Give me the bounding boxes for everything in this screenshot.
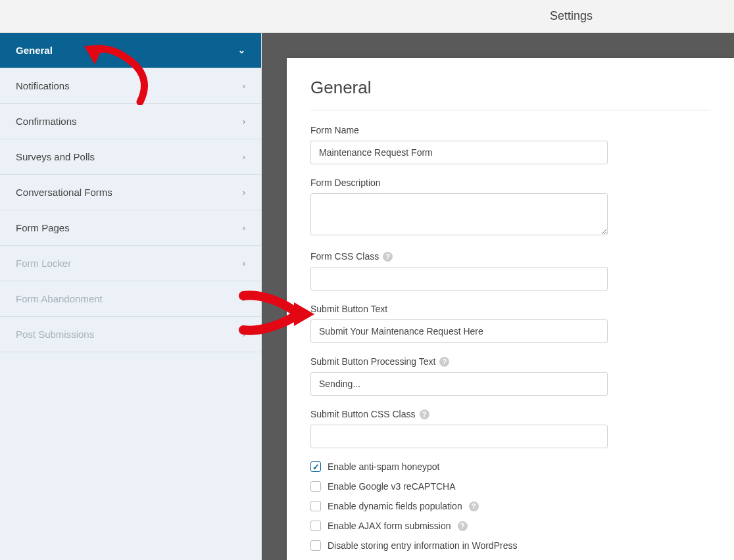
- sidebar-item-label: Form Locker: [16, 258, 71, 269]
- sidebar-item-label: Form Pages: [16, 222, 70, 233]
- panel-heading: General: [310, 78, 710, 110]
- checkbox[interactable]: [310, 461, 321, 472]
- sidebar-item-label: Confirmations: [16, 116, 77, 127]
- chevron-right-icon: ›: [243, 223, 245, 233]
- help-icon[interactable]: ?: [458, 521, 468, 531]
- checkbox-row: Enable anti-spam honeypot: [310, 461, 710, 472]
- help-icon[interactable]: ?: [439, 357, 449, 367]
- sidebar-item-conversational-forms[interactable]: Conversational Forms›: [0, 175, 261, 210]
- form-name-label: Form Name: [310, 125, 710, 135]
- submit-button-processing-label: Submit Button Processing Text: [310, 356, 435, 367]
- sidebar-item-surveys-and-polls[interactable]: Surveys and Polls›: [0, 139, 261, 175]
- form-description-input[interactable]: [310, 193, 608, 235]
- checkbox-label: Enable dynamic fields population: [328, 501, 462, 511]
- sidebar-item-label: Conversational Forms: [16, 187, 112, 198]
- submit-button-text-label: Submit Button Text: [310, 304, 710, 314]
- sidebar-item-notifications[interactable]: Notifications›: [0, 68, 261, 104]
- top-bar: Settings: [0, 0, 734, 33]
- chevron-right-icon: ›: [243, 329, 245, 339]
- sidebar-item-label: General: [16, 45, 53, 56]
- field-form-css-class: Form CSS Class ?: [310, 251, 710, 291]
- form-css-class-label: Form CSS Class: [310, 251, 379, 262]
- checkbox[interactable]: [310, 501, 321, 511]
- field-form-description: Form Description: [310, 177, 710, 238]
- sidebar-item-label: Post Submissions: [16, 329, 94, 340]
- sidebar-item-label: Form Abandonment: [16, 293, 103, 304]
- chevron-right-icon: ›: [243, 81, 245, 91]
- chevron-down-icon: ⌄: [238, 45, 245, 55]
- field-submit-button-processing: Submit Button Processing Text ?: [310, 356, 710, 396]
- checkbox-row: Disable storing entry information in Wor…: [310, 540, 710, 551]
- checkbox[interactable]: [310, 481, 321, 492]
- help-icon[interactable]: ?: [420, 409, 429, 419]
- form-name-input[interactable]: [310, 141, 608, 164]
- checkbox[interactable]: [310, 521, 321, 531]
- chevron-right-icon: ›: [243, 152, 245, 162]
- checkbox-row: Enable dynamic fields population?: [310, 501, 710, 511]
- submit-button-processing-input[interactable]: [310, 372, 608, 396]
- settings-sidebar: General⌄Notifications›Confirmations›Surv…: [0, 33, 262, 560]
- checkbox[interactable]: [310, 540, 321, 551]
- sidebar-item-form-locker[interactable]: Form Locker›: [0, 246, 261, 281]
- page-title: Settings: [550, 9, 593, 23]
- checkbox-label: Disable storing entry information in Wor…: [328, 540, 517, 551]
- checkbox-list: Enable anti-spam honeypotEnable Google v…: [310, 461, 710, 551]
- sidebar-item-label: Notifications: [16, 80, 70, 91]
- content-background: General Form Name Form Description Form …: [262, 33, 734, 560]
- checkbox-label: Enable AJAX form submission: [328, 521, 451, 531]
- submit-button-css-input[interactable]: [310, 425, 608, 448]
- chevron-right-icon: ›: [243, 258, 245, 268]
- chevron-right-icon: ›: [243, 294, 245, 304]
- sidebar-item-post-submissions[interactable]: Post Submissions›: [0, 317, 261, 352]
- checkbox-label: Enable anti-spam honeypot: [328, 461, 439, 472]
- field-submit-button-css: Submit Button CSS Class ?: [310, 409, 710, 448]
- submit-button-text-input[interactable]: [310, 319, 608, 343]
- checkbox-row: Enable Google v3 reCAPTCHA: [310, 481, 710, 492]
- sidebar-item-label: Surveys and Polls: [16, 151, 95, 162]
- submit-button-css-label: Submit Button CSS Class: [310, 409, 416, 419]
- sidebar-item-general[interactable]: General⌄: [0, 33, 261, 68]
- form-css-class-input[interactable]: [310, 267, 608, 291]
- chevron-right-icon: ›: [243, 187, 245, 197]
- field-submit-button-text: Submit Button Text: [310, 304, 710, 343]
- help-icon[interactable]: ?: [469, 502, 479, 511]
- chevron-right-icon: ›: [243, 116, 245, 126]
- checkbox-label: Enable Google v3 reCAPTCHA: [328, 481, 456, 492]
- settings-panel: General Form Name Form Description Form …: [287, 58, 734, 560]
- sidebar-item-form-abandonment[interactable]: Form Abandonment›: [0, 281, 261, 317]
- checkbox-row: Enable AJAX form submission?: [310, 521, 710, 531]
- sidebar-item-confirmations[interactable]: Confirmations›: [0, 104, 261, 139]
- form-description-label: Form Description: [310, 177, 710, 188]
- help-icon[interactable]: ?: [383, 252, 393, 262]
- field-form-name: Form Name: [310, 125, 710, 164]
- sidebar-item-form-pages[interactable]: Form Pages›: [0, 210, 261, 246]
